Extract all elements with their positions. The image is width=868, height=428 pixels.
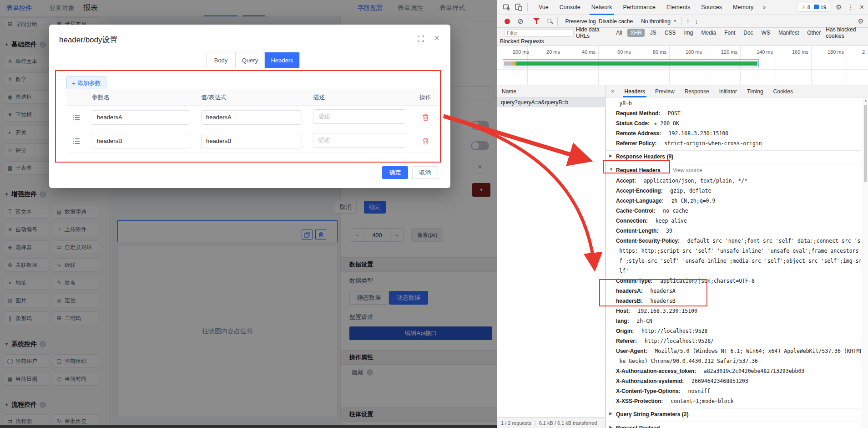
network-settings-gear-icon[interactable]: ⚙ bbox=[858, 17, 864, 25]
drag-handle[interactable] bbox=[66, 138, 86, 144]
devtools-tab[interactable]: Network bbox=[591, 0, 612, 15]
add-param-button[interactable]: + 添加参数 bbox=[66, 76, 106, 90]
filter-chip[interactable]: Font bbox=[722, 29, 738, 37]
request-row-selected[interactable]: query?queryA=a&queryB=b bbox=[497, 97, 606, 107]
modal-cancel-button[interactable]: 取消 bbox=[412, 166, 438, 179]
header-value: headersA bbox=[650, 288, 675, 294]
filter-chip[interactable]: All bbox=[613, 29, 625, 37]
disclosure-icon[interactable]: ▶ bbox=[609, 408, 612, 418]
header-line: User-Agent: Mozilla/5.0 (Windows NT 6.1;… bbox=[606, 346, 861, 356]
filter-chip[interactable]: WS bbox=[759, 29, 773, 37]
filter-chip[interactable]: Manifest bbox=[776, 29, 802, 37]
scrollbar-thumb[interactable] bbox=[864, 105, 867, 182]
filter-funnel-icon[interactable] bbox=[533, 18, 540, 25]
fullscreen-icon[interactable] bbox=[418, 36, 424, 42]
headers-detail-lines: yB=b Request Method: POST bbox=[606, 98, 861, 428]
divider bbox=[681, 17, 682, 25]
filter-chip[interactable]: Other bbox=[804, 29, 823, 37]
delete-row-icon[interactable] bbox=[422, 114, 429, 121]
throttling-select[interactable]: No throttling bbox=[641, 18, 671, 25]
filter-chip[interactable]: Img bbox=[681, 29, 696, 37]
param-desc-textarea[interactable] bbox=[313, 109, 406, 124]
param-value-input[interactable] bbox=[201, 134, 302, 148]
header-line: Remote Address: 192.168.3.230:15100 bbox=[606, 128, 861, 138]
filter-chip[interactable]: Doc bbox=[741, 29, 756, 37]
header-line: Referer: http://localhost:9528/ bbox=[606, 336, 861, 346]
delete-row-icon[interactable] bbox=[422, 138, 429, 145]
inspect-element-icon[interactable] bbox=[503, 3, 511, 11]
screenshot-root: 表单控件 业务对象 报表 字段配置 表单属性 表单样式 ⊟ 字段分组 ▣ bbox=[0, 0, 868, 428]
filter-chip[interactable]: CSS bbox=[662, 29, 679, 37]
detail-tab[interactable]: Headers bbox=[625, 85, 645, 97]
detail-tab[interactable]: Timing bbox=[747, 85, 763, 97]
view-source-link[interactable]: View source bbox=[673, 167, 702, 173]
header-value: yB=b bbox=[619, 100, 632, 107]
header-key: Content-Security-Policy: bbox=[616, 238, 680, 244]
devtools-tab[interactable]: Vue bbox=[539, 0, 549, 15]
devtools-tab[interactable]: Performance bbox=[623, 0, 656, 15]
settings-gear-icon[interactable]: ⚙ bbox=[836, 3, 842, 11]
kebab-menu-icon[interactable]: ⋮ bbox=[848, 3, 854, 11]
header-value: http://localhost:9528/ bbox=[645, 338, 714, 344]
issues-badge[interactable]: ⚠ 8 19 bbox=[797, 3, 830, 12]
transfer-size: 6.1 kB / 6.1 kB transferred bbox=[535, 420, 601, 426]
devtools-close-icon[interactable]: × bbox=[860, 3, 864, 11]
devtools-tab[interactable]: Elements bbox=[666, 0, 690, 15]
modal-close-icon[interactable]: × bbox=[434, 33, 439, 43]
modal-tab[interactable]: Query bbox=[236, 52, 265, 68]
header-line: yB=b bbox=[606, 98, 861, 108]
header-key: User-Agent: bbox=[616, 348, 647, 354]
filter-chip[interactable]: JS bbox=[647, 29, 659, 37]
section-title: Request Payload bbox=[616, 425, 660, 428]
devtools-tab[interactable]: Sources bbox=[701, 0, 722, 15]
disclosure-icon[interactable]: ▶ bbox=[609, 151, 612, 161]
header-value: application/json;charset=UTF-8 bbox=[660, 278, 755, 284]
search-icon[interactable] bbox=[546, 18, 553, 25]
param-row bbox=[66, 106, 439, 129]
modal-confirm-button[interactable]: 确定 bbox=[382, 166, 408, 179]
blocked-cookies-label: Has blocked cookies bbox=[826, 26, 868, 39]
param-name-input[interactable] bbox=[92, 134, 190, 148]
export-har-icon[interactable]: ↓ bbox=[695, 18, 698, 25]
header-value: POST bbox=[668, 110, 681, 117]
disclosure-icon[interactable]: ▶ bbox=[609, 422, 612, 428]
header-value: no-cache bbox=[663, 208, 688, 214]
header-line: headersB: headersB bbox=[606, 296, 861, 306]
modal-tab[interactable]: Body bbox=[207, 52, 236, 68]
param-value-input[interactable] bbox=[201, 110, 302, 125]
record-button[interactable] bbox=[505, 19, 510, 24]
param-desc-textarea[interactable] bbox=[313, 133, 406, 148]
filter-chip[interactable]: XHR bbox=[627, 29, 644, 37]
drag-handle[interactable] bbox=[66, 114, 86, 121]
waterfall-overview[interactable] bbox=[503, 59, 759, 67]
filter-chip[interactable]: Media bbox=[699, 29, 719, 37]
filter-input[interactable] bbox=[505, 29, 574, 37]
close-details-icon[interactable]: × bbox=[611, 88, 615, 95]
header-value: keep-alive bbox=[656, 218, 687, 224]
scroll-up-icon[interactable]: ▲ bbox=[864, 98, 868, 102]
detail-tab[interactable]: Cookies bbox=[773, 85, 793, 97]
filter-bar: Hide data URLs All XHR JS CSS Img Media … bbox=[497, 28, 868, 38]
detail-tab[interactable]: Response bbox=[685, 85, 709, 97]
import-har-icon[interactable]: ↑ bbox=[686, 18, 690, 25]
name-column-header[interactable]: Name bbox=[497, 85, 606, 97]
clear-icon[interactable]: ⊘ bbox=[517, 17, 523, 25]
detail-tab[interactable]: Initiator bbox=[719, 85, 737, 97]
devtools-tab[interactable]: Console bbox=[560, 0, 580, 15]
header-key: X-Authorization-access_token: bbox=[616, 368, 696, 374]
device-toolbar-icon[interactable] bbox=[515, 3, 523, 11]
header-value: 266946423468851203 bbox=[691, 378, 748, 384]
divider bbox=[527, 3, 528, 11]
header-line: ▶ Response Headers (9) bbox=[606, 150, 861, 162]
more-tabs-icon[interactable]: » bbox=[762, 0, 766, 15]
header-value: lf' bbox=[619, 268, 629, 274]
divider bbox=[497, 69, 868, 70]
modal-tab[interactable]: Headers bbox=[265, 52, 299, 68]
modal-tabs: Body Query Headers bbox=[206, 52, 300, 68]
disclosure-icon[interactable]: ▼ bbox=[609, 164, 613, 174]
devtools-tab[interactable]: Memory bbox=[733, 0, 753, 15]
details-scrollbar[interactable]: ▲ bbox=[863, 97, 868, 428]
header-line: X-Authorization-systemid: 26694642346885… bbox=[606, 376, 861, 386]
detail-tab[interactable]: Preview bbox=[655, 85, 675, 97]
param-name-input[interactable] bbox=[92, 110, 190, 125]
